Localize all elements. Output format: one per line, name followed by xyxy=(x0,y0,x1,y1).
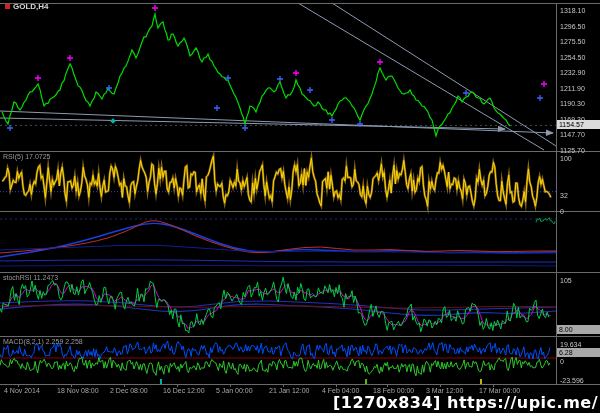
symbol-label: GOLD,H4 xyxy=(5,2,49,11)
time-axis-label: 18 Nov 08:00 xyxy=(57,387,99,395)
price-axis-label: 1296.50 xyxy=(560,23,585,31)
macd-current-value-box: 6.28 xyxy=(557,348,600,357)
price-axis-label: 1254.50 xyxy=(560,54,585,62)
price-axis-label: 1232.90 xyxy=(560,69,585,77)
current-price-box: 1154.57 xyxy=(557,120,600,129)
macd-indicator-label: MACD(8,2,1) 2.259 2.258 xyxy=(3,338,83,346)
price-axis-label: 1211.90 xyxy=(560,85,585,93)
price-axis-label: 1318.10 xyxy=(560,7,585,15)
chart-canvas[interactable] xyxy=(0,0,600,413)
rsi-axis-label: 100 xyxy=(560,155,572,163)
time-axis-label: 16 Dec 12:00 xyxy=(163,387,205,395)
time-axis-label: 21 Jan 12:00 xyxy=(269,387,309,395)
symbol-text: GOLD,H4 xyxy=(13,2,49,11)
stoch-axis-label: 105 xyxy=(560,277,572,285)
stochrsi-indicator-label: stochRSI 11.2473 xyxy=(3,274,58,282)
mt4-chart-window: GOLD,H4 RSI(5) 17.0725 stochRSI 11.2473 … xyxy=(0,0,600,413)
rsi-indicator-label: RSI(5) 17.0725 xyxy=(3,153,50,161)
price-axis-label: 1125.70 xyxy=(560,147,585,155)
rsi-axis-label: 32 xyxy=(560,192,568,200)
watermark: [1270x834] https://upic.me/ xyxy=(333,393,598,412)
macd-axis-label: 0 xyxy=(560,358,564,366)
price-axis-label: 1275.50 xyxy=(560,38,585,46)
time-axis-label: 4 Nov 2014 xyxy=(4,387,40,395)
price-axis-label: 1147.70 xyxy=(560,131,585,139)
time-axis-label: 2 Dec 08:00 xyxy=(110,387,148,395)
rsi-axis-label: 0 xyxy=(560,208,564,216)
price-axis-label: 1190.30 xyxy=(560,100,585,108)
symbol-marker-icon xyxy=(5,4,10,9)
macd-axis-label: -23.596 xyxy=(560,377,584,385)
stoch-current-value-box: 8.00 xyxy=(557,325,600,334)
time-axis-label: 5 Jan 00:00 xyxy=(216,387,253,395)
